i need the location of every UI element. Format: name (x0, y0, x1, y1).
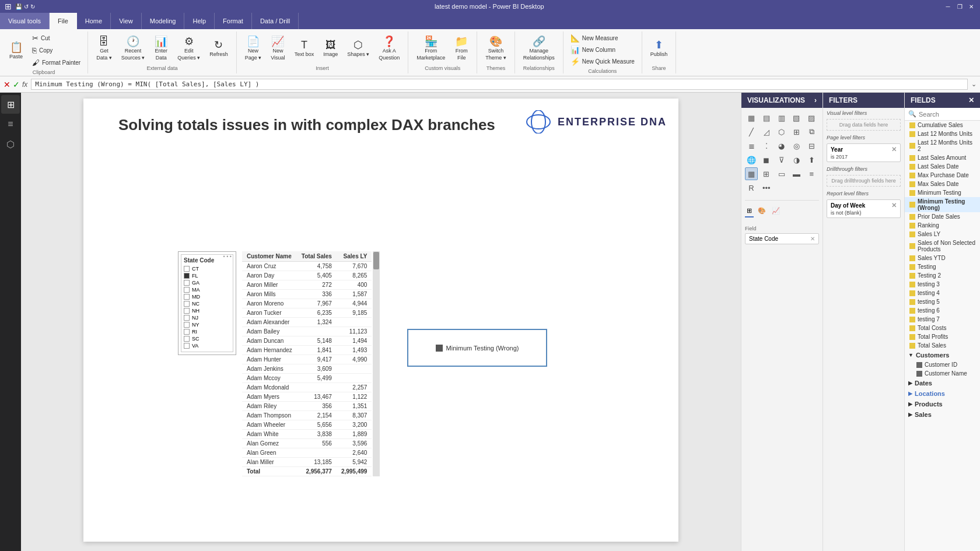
slicer-item-fl[interactable]: FL (184, 272, 230, 279)
state-slicer[interactable]: • • • State Code CT FL GA MA MD NC NH NJ… (178, 251, 236, 355)
field-item-testing-4[interactable]: testing 4 (905, 289, 980, 297)
field-item-prior-date-sales[interactable]: Prior Date Sales (905, 212, 980, 221)
field-item-cumulative-sales[interactable]: Cumulative Sales (905, 121, 980, 129)
field-item-sales-ly[interactable]: Sales LY (905, 230, 980, 238)
viz-donut[interactable]: ◎ (790, 139, 803, 152)
field-item-minimum-testing-wrong[interactable]: Minimum Testing (Wrong) (905, 197, 980, 212)
slicer-item-ga[interactable]: GA (184, 279, 230, 286)
checkbox-ri[interactable] (184, 329, 190, 335)
field-group-products[interactable]: ▶Products (905, 399, 980, 409)
enter-data-button[interactable]: 📊 EnterData (150, 34, 172, 62)
viz-ribbon[interactable]: ⧉ (805, 125, 818, 138)
chart-visual[interactable]: Minimum Testing (Wrong) (407, 329, 547, 367)
slicer-item-ct[interactable]: CT (184, 265, 230, 272)
paste-button[interactable]: 📋 Paste (5, 40, 27, 62)
field-item-max-purchase-date[interactable]: Max Purchase Date (905, 171, 980, 180)
viz-scatter[interactable]: ⁚ (760, 139, 773, 152)
shapes-button[interactable]: ⬡ Shapes ▾ (344, 38, 373, 59)
viz-treemap[interactable]: ⊟ (805, 139, 818, 152)
field-item-total-profits[interactable]: Total Profits (905, 332, 980, 341)
fields-expand-icon[interactable]: ✕ (968, 96, 974, 104)
tab-data-drill[interactable]: Data / Drill (252, 13, 299, 29)
viz-multirow-card[interactable]: ▬ (790, 167, 803, 180)
checkbox-ny[interactable] (184, 322, 190, 328)
table-scrollbar[interactable] (373, 251, 380, 476)
new-column-button[interactable]: 📊New Column (568, 44, 618, 55)
nav-model-icon[interactable]: ⬡ (1, 135, 20, 153)
tab-home[interactable]: Home (77, 13, 111, 29)
field-group-locations[interactable]: ▶Locations (905, 388, 980, 399)
new-quick-measure-button[interactable]: ⚡New Quick Measure (568, 56, 637, 67)
viz-more[interactable]: ••• (760, 181, 773, 194)
formula-cancel-icon[interactable]: ✕ (4, 80, 10, 89)
slicer-item-sc[interactable]: SC (184, 335, 230, 342)
edit-queries-button[interactable]: ⚙ EditQueries ▾ (174, 34, 204, 62)
field-group-dates[interactable]: ▶Dates (905, 378, 980, 388)
slicer-item-va[interactable]: VA (184, 342, 230, 349)
viz-map[interactable]: 🌐 (745, 153, 758, 166)
viz-analytics-tab[interactable]: 📈 (770, 205, 782, 217)
customer-field-customer-id[interactable]: Customer ID (905, 360, 980, 369)
recent-sources-button[interactable]: 🕐 RecentSources ▾ (118, 34, 149, 62)
slicer-item-nc[interactable]: NC (184, 300, 230, 307)
slicer-item-ma[interactable]: MA (184, 286, 230, 293)
field-item-last-12-months-units[interactable]: Last 12 Months Units (905, 129, 980, 138)
image-button[interactable]: 🖼 Image (320, 38, 341, 59)
viz-slicer[interactable]: ≡ (805, 167, 818, 180)
viz-filled-map[interactable]: ◼ (760, 153, 773, 166)
viz-line-col[interactable]: ⊞ (790, 125, 803, 138)
field-item-testing-7[interactable]: testing 7 (905, 315, 980, 324)
scroll-thumb[interactable] (373, 252, 379, 269)
manage-relationships-button[interactable]: 🔗 ManageRelationships (520, 34, 558, 62)
viz-clustered-col[interactable]: ▨ (805, 111, 818, 124)
field-well-remove-icon[interactable]: ✕ (810, 236, 815, 242)
field-group-sales[interactable]: ▶Sales (905, 409, 980, 420)
customer-field-customer-name[interactable]: Customer Name (905, 369, 980, 378)
checkbox-nh[interactable] (184, 308, 190, 314)
viz-matrix[interactable]: ⊞ (760, 167, 773, 180)
new-visual-button[interactable]: 📈 NewVisual (267, 34, 288, 62)
new-measure-button[interactable]: 📐New Measure (568, 33, 621, 44)
publish-button[interactable]: ⬆ Publish (647, 38, 671, 59)
field-item-total-costs[interactable]: Total Costs (905, 324, 980, 332)
filter-year[interactable]: Year ✕ is 2017 (827, 143, 901, 162)
tab-file[interactable]: File (50, 13, 77, 29)
checkbox-fl[interactable] (184, 273, 190, 279)
slicer-item-nj[interactable]: NJ (184, 314, 230, 321)
viz-100-bar[interactable]: ▥ (775, 111, 788, 124)
viz-r[interactable]: R (745, 181, 758, 194)
field-item-ranking[interactable]: Ranking (905, 221, 980, 230)
formula-expand-icon[interactable]: ⌄ (971, 80, 977, 88)
viz-stacked-area[interactable]: ⬡ (775, 125, 788, 138)
format-painter-button[interactable]: 🖌Format Painter (30, 57, 83, 68)
field-item-total-sales[interactable]: Total Sales (905, 341, 980, 350)
viz-stacked-bar[interactable]: ▦ (745, 111, 758, 124)
nav-report-icon[interactable]: ⊞ (1, 95, 20, 114)
viz-table[interactable]: ▦ (745, 167, 758, 180)
switch-theme-button[interactable]: 🎨 SwitchTheme ▾ (482, 34, 510, 62)
minimize-button[interactable]: ─ (944, 2, 952, 10)
refresh-button[interactable]: ↻ Refresh (206, 38, 232, 59)
viz-pie[interactable]: ◕ (775, 139, 788, 152)
checkbox-va[interactable] (184, 343, 190, 349)
slicer-item-ny[interactable]: NY (184, 321, 230, 328)
viz-clustered-bar[interactable]: ▤ (760, 111, 773, 124)
field-item-last-12-months-units-2[interactable]: Last 12 Months Units 2 (905, 138, 980, 153)
field-well-state-code[interactable]: State Code ✕ (745, 233, 819, 244)
field-item-sales-ytd[interactable]: Sales YTD (905, 254, 980, 262)
close-button[interactable]: ✕ (967, 2, 975, 10)
viz-field-tab[interactable]: ⊞ (745, 205, 754, 217)
viz-waterfall[interactable]: ≣ (745, 139, 758, 152)
checkbox-md[interactable] (184, 294, 190, 300)
slicer-item-nh[interactable]: NH (184, 307, 230, 314)
viz-area[interactable]: ◿ (760, 125, 773, 138)
get-data-button[interactable]: 🗄 GetData ▾ (93, 34, 116, 62)
field-group-customers[interactable]: ▼Customers (905, 350, 980, 360)
viz-funnel[interactable]: ⊽ (775, 153, 788, 166)
viz-format-tab[interactable]: 🎨 (756, 205, 768, 217)
restore-button[interactable]: ❐ (956, 2, 964, 10)
field-item-sales-of-non-selected-products[interactable]: Sales of Non Selected Products (905, 238, 980, 254)
filter-dow-close[interactable]: ✕ (891, 202, 897, 209)
tab-view[interactable]: View (111, 13, 142, 29)
viz-gauge[interactable]: ◑ (790, 153, 803, 166)
